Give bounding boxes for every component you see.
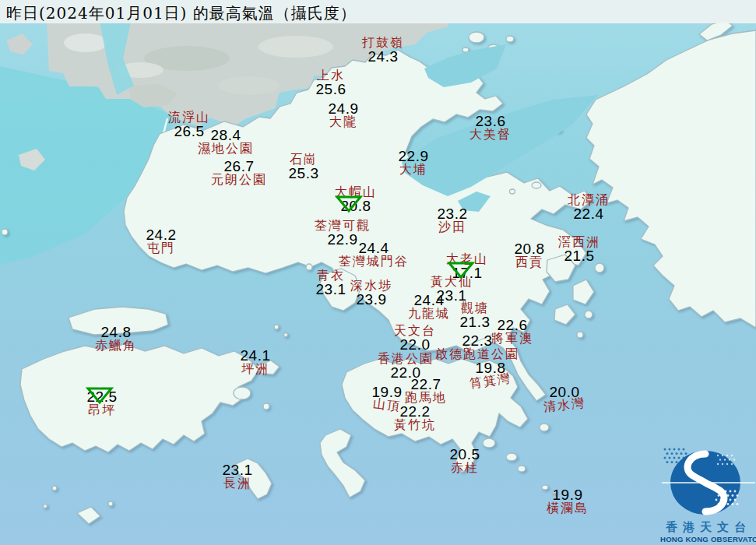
station-name: 香港公園 [378,353,434,365]
station-name: 濕地公園 [198,142,254,155]
station-label-觀塘: 觀塘21.3 [460,302,491,329]
station-label-赤柱: 20.5赤柱 [450,447,480,474]
station-label-深水埗: 深水埗23.9 [350,280,392,307]
station-name: 深水埗 [350,280,392,292]
station-name: 大老山 [446,253,488,265]
station-name: 九龍城 [408,308,450,320]
station-value: 25.6 [316,82,346,97]
station-label-跑馬地: 22.7跑馬地 [405,377,447,404]
station-name: 大埔 [399,164,429,176]
station-label-天文台: 天文台22.0 [394,325,436,352]
station-value: 24.3 [362,49,404,64]
station-name: 啟德跑道公園 [435,348,519,360]
station-name: 荃灣城門谷 [339,255,409,268]
station-name: 跑馬地 [405,392,447,404]
station-label-啟德跑道公園: 22.3啟德跑道公園 [435,333,519,360]
stations-layer: 打鼓嶺24.3上水25.624.9大隴流浮山26.528.4濕地公園26.7元朗… [0,0,756,545]
station-label-荃灣城門谷: 24.4荃灣城門谷 [339,241,409,268]
station-label-坪洲: 24.1坪洲 [241,348,271,375]
station-name: 屯門 [146,242,177,255]
station-label-西貢: 20.8西貢 [515,241,545,269]
station-label-沙田: 23.2沙田 [438,206,468,234]
station-label-九龍城: 24.4九龍城 [408,293,450,320]
station-label-石崗: 石崗25.3 [289,153,319,181]
station-label-大帽山: 大帽山20.8 [335,186,377,213]
station-value: 22.0 [394,337,436,352]
station-name: 黃大仙 [431,276,473,288]
station-name: 青衣 [316,269,346,282]
station-name: 大帽山 [335,186,377,199]
station-label-筲箕灣: 19.8筲箕灣 [469,360,512,388]
station-value: 23.1 [316,282,346,297]
station-label-赤鱲角: 24.8赤鱲角 [95,325,137,352]
station-label-上水: 上水25.6 [316,69,346,97]
station-label-屯門: 24.2屯門 [146,227,177,255]
weather-map-screenshot: 昨日(2024年01月01日) 的最高氣溫（攝氏度） 打鼓嶺24.3上水25.6… [0,0,756,545]
station-value: 22.4 [568,206,610,221]
station-name: 北潭涌 [568,194,610,206]
station-label-元朗公園: 26.7元朗公園 [211,159,267,186]
station-name: 觀塘 [460,302,491,315]
station-name: 長洲 [223,477,253,490]
station-label-大埔: 22.9大埔 [399,149,429,176]
station-name: 昂坪 [87,404,118,417]
station-name: 打鼓嶺 [362,37,404,49]
station-label-黃竹坑: 22.2黃竹坑 [394,404,436,431]
station-label-青衣: 青衣23.1 [316,269,346,297]
station-name: 沙田 [438,221,468,234]
station-label-滘西洲: 滘西洲21.5 [558,236,600,263]
station-name: 坪洲 [241,363,271,375]
station-value: 21.5 [558,248,600,263]
station-name: 橫瀾島 [547,502,589,515]
station-name: 赤柱 [450,462,480,474]
station-name: 荃灣可觀 [315,220,371,232]
station-name: 筲箕灣 [469,372,512,390]
station-name: 石崗 [289,153,319,166]
station-value: 25.3 [289,166,319,181]
station-name: 元朗公園 [211,174,267,186]
station-name: 西貢 [515,256,545,269]
station-value: 23.9 [350,292,392,307]
station-name: 天文台 [394,325,436,337]
station-label-清水灣: 20.0清水灣 [543,385,585,412]
station-name: 滘西洲 [558,236,600,248]
station-label-濕地公園: 28.4濕地公園 [198,128,254,155]
station-name: 大美督 [469,128,512,141]
station-value: 20.8 [335,199,377,213]
station-label-大隴: 24.9大隴 [329,101,359,128]
station-name: 赤鱲角 [95,339,137,352]
page-title: 昨日(2024年01月01日) 的最高氣溫（攝氏度） [6,3,357,24]
station-label-北潭涌: 北潭涌22.4 [568,194,610,221]
station-name: 上水 [316,69,346,82]
station-name: 清水灣 [543,397,585,414]
station-value: 21.3 [460,315,491,329]
station-label-打鼓嶺: 打鼓嶺24.3 [362,37,404,64]
station-label-橫瀾島: 19.9橫瀾島 [547,487,589,515]
station-label-昂坪: 22.5昂坪 [87,389,118,417]
station-label-大美督: 23.6大美督 [469,114,512,141]
station-label-長洲: 23.1長洲 [223,462,253,490]
station-name: 大隴 [329,116,359,128]
station-name: 流浮山 [168,111,210,124]
station-name: 黃竹坑 [394,419,436,431]
